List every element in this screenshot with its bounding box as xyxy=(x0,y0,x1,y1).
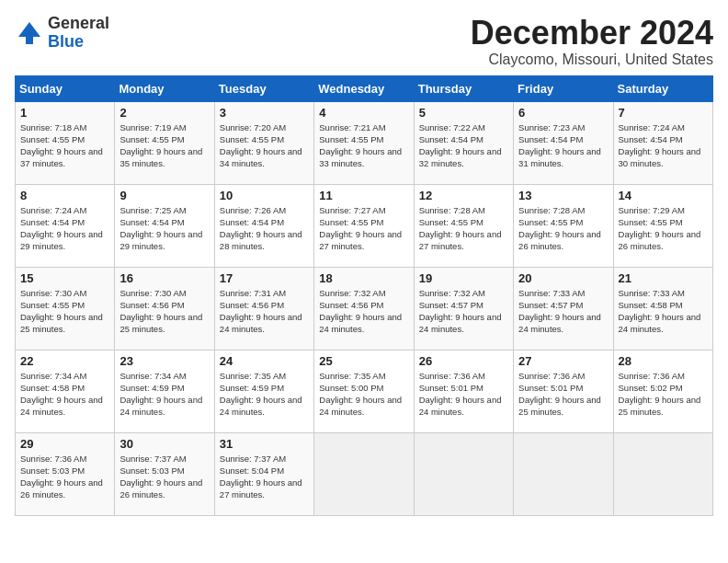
calendar-day-cell: 24Sunrise: 7:35 AM Sunset: 4:59 PM Dayli… xyxy=(214,350,313,432)
calendar-week-row: 22Sunrise: 7:34 AM Sunset: 4:58 PM Dayli… xyxy=(16,350,713,432)
calendar-day-cell: 16Sunrise: 7:30 AM Sunset: 4:56 PM Dayli… xyxy=(115,267,214,350)
day-number: 21 xyxy=(619,271,708,285)
day-info: Sunrise: 7:35 AM Sunset: 5:00 PM Dayligh… xyxy=(319,370,408,419)
calendar-day-cell xyxy=(314,432,414,515)
day-number: 2 xyxy=(119,106,209,120)
calendar-day-cell: 27Sunrise: 7:36 AM Sunset: 5:01 PM Dayli… xyxy=(514,350,613,432)
day-number: 3 xyxy=(220,106,309,120)
day-of-week-header: Wednesday xyxy=(314,75,414,101)
day-number: 8 xyxy=(20,189,109,202)
calendar-day-cell: 10Sunrise: 7:26 AM Sunset: 4:54 PM Dayli… xyxy=(214,184,313,267)
calendar-day-cell: 2Sunrise: 7:19 AM Sunset: 4:55 PM Daylig… xyxy=(115,101,214,184)
calendar-day-cell xyxy=(514,432,613,515)
day-info: Sunrise: 7:21 AM Sunset: 4:55 PM Dayligh… xyxy=(319,121,408,170)
day-info: Sunrise: 7:20 AM Sunset: 4:55 PM Dayligh… xyxy=(220,121,309,170)
calendar-day-cell: 30Sunrise: 7:37 AM Sunset: 5:03 PM Dayli… xyxy=(115,432,214,515)
calendar-day-cell xyxy=(414,432,513,515)
day-info: Sunrise: 7:23 AM Sunset: 4:54 PM Dayligh… xyxy=(518,121,608,170)
day-number: 1 xyxy=(20,106,109,120)
calendar-day-cell: 18Sunrise: 7:32 AM Sunset: 4:56 PM Dayli… xyxy=(314,267,414,350)
day-number: 6 xyxy=(518,106,608,120)
calendar-day-cell: 22Sunrise: 7:34 AM Sunset: 4:58 PM Dayli… xyxy=(16,350,115,432)
calendar-day-cell: 17Sunrise: 7:31 AM Sunset: 4:56 PM Dayli… xyxy=(214,267,313,350)
calendar-day-cell: 15Sunrise: 7:30 AM Sunset: 4:55 PM Dayli… xyxy=(16,267,115,350)
day-info: Sunrise: 7:33 AM Sunset: 4:57 PM Dayligh… xyxy=(518,287,608,336)
day-info: Sunrise: 7:32 AM Sunset: 4:57 PM Dayligh… xyxy=(419,287,508,336)
day-info: Sunrise: 7:36 AM Sunset: 5:01 PM Dayligh… xyxy=(419,370,508,419)
day-number: 25 xyxy=(319,354,408,368)
day-info: Sunrise: 7:18 AM Sunset: 4:55 PM Dayligh… xyxy=(20,121,109,170)
day-info: Sunrise: 7:30 AM Sunset: 4:56 PM Dayligh… xyxy=(119,287,209,336)
day-number: 10 xyxy=(220,189,309,202)
calendar-week-row: 8Sunrise: 7:24 AM Sunset: 4:54 PM Daylig… xyxy=(16,184,713,267)
day-info: Sunrise: 7:35 AM Sunset: 4:59 PM Dayligh… xyxy=(220,370,309,419)
day-info: Sunrise: 7:26 AM Sunset: 4:54 PM Dayligh… xyxy=(220,204,309,253)
day-info: Sunrise: 7:32 AM Sunset: 4:56 PM Dayligh… xyxy=(319,287,408,336)
day-number: 22 xyxy=(20,354,109,368)
calendar-day-cell: 13Sunrise: 7:28 AM Sunset: 4:55 PM Dayli… xyxy=(514,184,613,267)
calendar-week-row: 15Sunrise: 7:30 AM Sunset: 4:55 PM Dayli… xyxy=(16,267,713,350)
day-info: Sunrise: 7:30 AM Sunset: 4:55 PM Dayligh… xyxy=(20,287,109,336)
svg-marker-0 xyxy=(18,22,40,37)
calendar-day-cell: 21Sunrise: 7:33 AM Sunset: 4:58 PM Dayli… xyxy=(613,267,712,350)
day-number: 24 xyxy=(220,354,309,368)
calendar-day-cell: 26Sunrise: 7:36 AM Sunset: 5:01 PM Dayli… xyxy=(414,350,513,432)
day-info: Sunrise: 7:37 AM Sunset: 5:03 PM Dayligh… xyxy=(119,453,209,501)
day-of-week-header: Monday xyxy=(115,75,214,101)
day-info: Sunrise: 7:36 AM Sunset: 5:03 PM Dayligh… xyxy=(20,453,109,501)
calendar-day-cell: 31Sunrise: 7:37 AM Sunset: 5:04 PM Dayli… xyxy=(214,432,313,515)
day-info: Sunrise: 7:34 AM Sunset: 4:58 PM Dayligh… xyxy=(20,370,109,419)
calendar-day-cell: 19Sunrise: 7:32 AM Sunset: 4:57 PM Dayli… xyxy=(414,267,513,350)
day-info: Sunrise: 7:36 AM Sunset: 5:01 PM Dayligh… xyxy=(518,370,608,419)
day-number: 12 xyxy=(419,189,508,202)
calendar-day-cell: 7Sunrise: 7:24 AM Sunset: 4:54 PM Daylig… xyxy=(613,101,712,184)
calendar-day-cell: 28Sunrise: 7:36 AM Sunset: 5:02 PM Dayli… xyxy=(613,350,712,432)
logo: General Blue xyxy=(15,15,109,52)
calendar-day-cell: 9Sunrise: 7:25 AM Sunset: 4:54 PM Daylig… xyxy=(115,184,214,267)
calendar-day-cell xyxy=(613,432,712,515)
day-of-week-header: Friday xyxy=(514,75,613,101)
day-info: Sunrise: 7:34 AM Sunset: 4:59 PM Dayligh… xyxy=(119,370,209,419)
calendar-day-cell: 14Sunrise: 7:29 AM Sunset: 4:55 PM Dayli… xyxy=(613,184,712,267)
day-number: 15 xyxy=(20,271,109,285)
day-info: Sunrise: 7:33 AM Sunset: 4:58 PM Dayligh… xyxy=(619,287,708,336)
calendar-day-cell: 12Sunrise: 7:28 AM Sunset: 4:55 PM Dayli… xyxy=(414,184,513,267)
day-info: Sunrise: 7:22 AM Sunset: 4:54 PM Dayligh… xyxy=(419,121,508,170)
day-info: Sunrise: 7:36 AM Sunset: 5:02 PM Dayligh… xyxy=(619,370,708,419)
day-number: 23 xyxy=(119,354,209,368)
calendar-day-cell: 29Sunrise: 7:36 AM Sunset: 5:03 PM Dayli… xyxy=(16,432,115,515)
logo-blue: Blue xyxy=(48,33,109,52)
calendar-day-cell: 11Sunrise: 7:27 AM Sunset: 4:55 PM Dayli… xyxy=(314,184,414,267)
logo-icon xyxy=(15,18,44,48)
day-info: Sunrise: 7:27 AM Sunset: 4:55 PM Dayligh… xyxy=(319,204,408,253)
day-number: 20 xyxy=(518,271,608,285)
day-number: 27 xyxy=(518,354,608,368)
day-info: Sunrise: 7:24 AM Sunset: 4:54 PM Dayligh… xyxy=(20,204,109,253)
day-number: 29 xyxy=(20,437,109,451)
day-number: 16 xyxy=(119,271,209,285)
day-number: 31 xyxy=(220,437,309,451)
calendar-day-cell: 20Sunrise: 7:33 AM Sunset: 4:57 PM Dayli… xyxy=(514,267,613,350)
day-info: Sunrise: 7:28 AM Sunset: 4:55 PM Dayligh… xyxy=(518,204,608,253)
day-number: 5 xyxy=(419,106,508,120)
day-of-week-header: Saturday xyxy=(613,75,712,101)
day-of-week-header: Thursday xyxy=(414,75,513,101)
day-number: 11 xyxy=(319,189,408,202)
day-number: 4 xyxy=(319,106,408,120)
day-number: 18 xyxy=(319,271,408,285)
day-number: 19 xyxy=(419,271,508,285)
day-number: 13 xyxy=(518,189,608,202)
day-info: Sunrise: 7:31 AM Sunset: 4:56 PM Dayligh… xyxy=(220,287,309,336)
calendar-day-cell: 1Sunrise: 7:18 AM Sunset: 4:55 PM Daylig… xyxy=(16,101,115,184)
day-info: Sunrise: 7:25 AM Sunset: 4:54 PM Dayligh… xyxy=(119,204,209,253)
day-number: 14 xyxy=(619,189,708,202)
page-header: General Blue December 2024 Claycomo, Mis… xyxy=(15,15,713,68)
location-title: Claycomo, Missouri, United States xyxy=(471,52,713,68)
day-number: 17 xyxy=(220,271,309,285)
calendar-day-cell: 3Sunrise: 7:20 AM Sunset: 4:55 PM Daylig… xyxy=(214,101,313,184)
day-info: Sunrise: 7:19 AM Sunset: 4:55 PM Dayligh… xyxy=(119,121,209,170)
calendar-day-cell: 8Sunrise: 7:24 AM Sunset: 4:54 PM Daylig… xyxy=(16,184,115,267)
calendar-day-cell: 23Sunrise: 7:34 AM Sunset: 4:59 PM Dayli… xyxy=(115,350,214,432)
day-info: Sunrise: 7:28 AM Sunset: 4:55 PM Dayligh… xyxy=(419,204,508,253)
calendar-week-row: 1Sunrise: 7:18 AM Sunset: 4:55 PM Daylig… xyxy=(16,101,713,184)
